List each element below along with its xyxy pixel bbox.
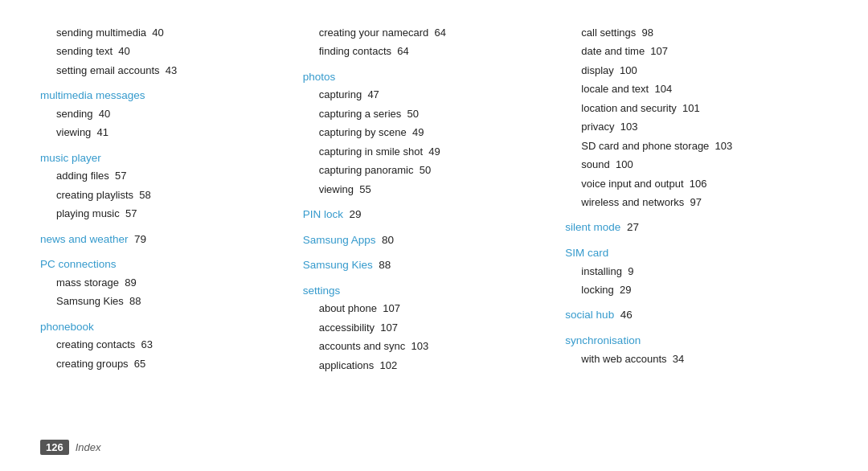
header-page: 29 [349,208,361,220]
item-label: sending multimedia [56,27,146,39]
item-label: sending [56,108,93,120]
item-label: capturing panoramic [319,164,414,176]
item-label: setting email accounts [56,64,160,76]
item-page: 43 [166,64,177,76]
item-page: 101 [682,102,700,114]
item-page: 65 [134,358,145,370]
index-item: setting email accounts 43 [40,62,287,79]
column-0: sending multimedia 40sending text 40sett… [40,24,303,432]
index-item: creating groups 65 [40,355,287,372]
item-label: voice input and output [581,178,683,190]
index-item: locale and text 104 [565,80,812,97]
index-item: applications 102 [303,357,550,374]
item-label: adding files [56,170,109,182]
item-page: 97 [690,196,701,208]
index-item: Samsung Kies 88 [40,293,287,309]
index-item: creating playlists 58 [40,186,287,203]
index-item: privacy 103 [565,118,812,135]
item-page: 9 [628,265,633,277]
header-page: 79 [134,233,146,245]
index-header: photos [303,68,550,86]
index-item: viewing 41 [40,124,287,141]
item-label: date and time [581,45,645,57]
header-page: 46 [620,309,633,321]
item-page: 102 [380,359,398,371]
item-label: SD card and phone storage [581,140,709,152]
header-label: PIN lock [303,208,343,220]
page-number: 126 [40,440,69,455]
item-page: 104 [654,83,672,95]
index-header: PIN lock 29 [303,206,550,223]
item-page: 49 [428,145,440,158]
item-label: location and security [581,102,677,114]
index-header: multimedia messages [40,87,287,104]
item-label: about phone [319,302,377,314]
item-label: accessibility [319,322,375,334]
index-columns: sending multimedia 40sending text 40sett… [40,24,828,432]
index-item: finding contacts 64 [303,43,550,59]
item-label: capturing a series [319,108,402,120]
index-item: call settings 98 [565,24,812,41]
column-1: creating your namecard 64finding contact… [303,24,566,432]
item-label: finding contacts [319,45,391,57]
index-header: synchronisation [565,332,812,350]
item-page: 100 [616,158,633,170]
item-page: 107 [383,302,400,314]
index-header: silent mode 27 [565,219,812,236]
item-page: 64 [397,45,408,57]
item-page: 57 [115,170,126,182]
index-item: viewing 55 [303,181,550,198]
index-item: location and security 101 [565,100,812,117]
index-header: PC connections [40,256,287,273]
index-item: wireless and networks 97 [565,194,812,211]
item-page: 63 [141,338,153,350]
header-page: 27 [627,221,639,233]
header-label: silent mode [565,221,620,233]
index-header: Samsung Kies 88 [303,256,550,274]
index-item: date and time 107 [565,43,812,59]
item-page: 50 [420,164,431,176]
item-page: 55 [359,183,371,195]
item-label: mass storage [56,276,119,289]
item-page: 34 [673,353,684,365]
item-label: privacy [581,121,614,133]
index-item: sending multimedia 40 [40,24,287,41]
item-label: display [581,64,613,76]
item-page: 40 [99,108,110,120]
item-label: sound [581,158,609,170]
item-page: 107 [380,322,398,334]
footer-label: Index [76,441,101,453]
item-page: 57 [125,207,137,219]
item-label: call settings [581,27,636,39]
item-page: 47 [367,88,379,100]
index-header: news and weather 79 [40,231,287,248]
item-label: capturing by scene [319,126,407,138]
item-label: viewing [319,183,354,195]
item-page: 103 [620,121,638,133]
index-item: capturing in smile shot 49 [303,143,550,160]
index-item: creating your namecard 64 [303,24,550,41]
item-label: locale and text [581,83,649,95]
item-label: playing music [56,207,120,219]
index-item: sending 40 [40,105,287,122]
item-page: 98 [642,27,653,39]
item-page: 89 [125,276,136,289]
item-page: 41 [97,126,108,138]
index-item: creating contacts 63 [40,336,287,353]
item-label: with web accounts [581,353,666,365]
index-item: locking 29 [565,281,812,298]
header-page: 80 [382,234,394,246]
index-item: playing music 57 [40,205,287,222]
header-label: social hub [565,309,614,321]
item-page: 106 [690,178,707,190]
item-page: 100 [620,64,637,76]
index-item: with web accounts 34 [565,350,812,367]
item-label: applications [319,359,375,371]
index-header: music player [40,149,287,167]
index-item: installing 9 [565,263,812,280]
index-item: capturing 47 [303,86,550,103]
index-header: Samsung Apps 80 [303,231,550,249]
item-label: wireless and networks [581,196,684,208]
index-item: sending text 40 [40,43,287,59]
index-header: phonebook [40,318,287,336]
